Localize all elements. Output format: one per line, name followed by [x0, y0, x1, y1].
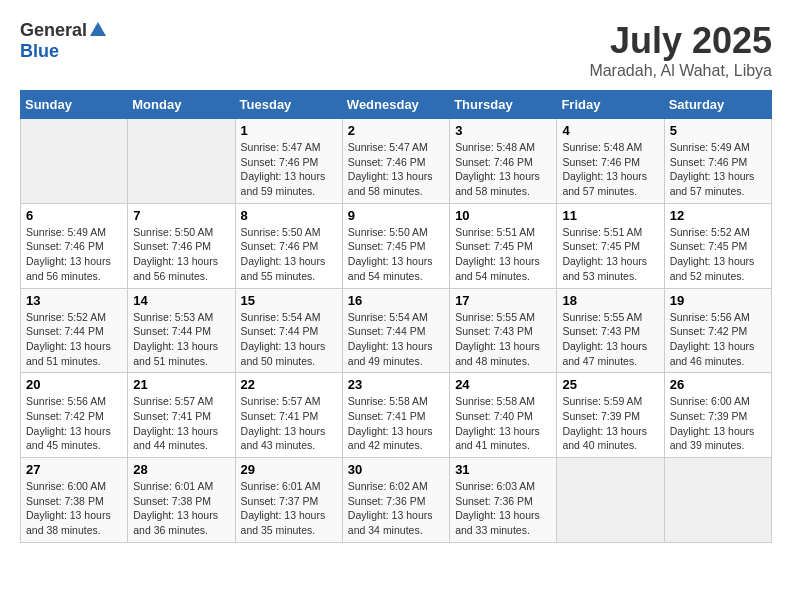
calendar-cell: 9Sunrise: 5:50 AMSunset: 7:45 PMDaylight… [342, 203, 449, 288]
calendar-cell: 14Sunrise: 5:53 AMSunset: 7:44 PMDayligh… [128, 288, 235, 373]
logo-blue-text: Blue [20, 41, 59, 61]
weekday-header-monday: Monday [128, 91, 235, 119]
day-number: 15 [241, 293, 337, 308]
day-number: 2 [348, 123, 444, 138]
day-number: 1 [241, 123, 337, 138]
calendar-cell: 13Sunrise: 5:52 AMSunset: 7:44 PMDayligh… [21, 288, 128, 373]
day-info: Sunrise: 5:52 AMSunset: 7:44 PMDaylight:… [26, 310, 122, 369]
day-number: 24 [455, 377, 551, 392]
calendar-cell: 22Sunrise: 5:57 AMSunset: 7:41 PMDayligh… [235, 373, 342, 458]
day-info: Sunrise: 5:48 AMSunset: 7:46 PMDaylight:… [562, 140, 658, 199]
weekday-header-tuesday: Tuesday [235, 91, 342, 119]
calendar-cell: 16Sunrise: 5:54 AMSunset: 7:44 PMDayligh… [342, 288, 449, 373]
calendar-cell: 28Sunrise: 6:01 AMSunset: 7:38 PMDayligh… [128, 458, 235, 543]
day-info: Sunrise: 5:54 AMSunset: 7:44 PMDaylight:… [241, 310, 337, 369]
day-info: Sunrise: 5:56 AMSunset: 7:42 PMDaylight:… [26, 394, 122, 453]
calendar-cell: 11Sunrise: 5:51 AMSunset: 7:45 PMDayligh… [557, 203, 664, 288]
day-info: Sunrise: 5:54 AMSunset: 7:44 PMDaylight:… [348, 310, 444, 369]
day-info: Sunrise: 5:58 AMSunset: 7:41 PMDaylight:… [348, 394, 444, 453]
calendar-cell: 26Sunrise: 6:00 AMSunset: 7:39 PMDayligh… [664, 373, 771, 458]
logo: General Blue [20, 20, 106, 62]
calendar-week-1: 1Sunrise: 5:47 AMSunset: 7:46 PMDaylight… [21, 119, 772, 204]
calendar-week-5: 27Sunrise: 6:00 AMSunset: 7:38 PMDayligh… [21, 458, 772, 543]
calendar-table: SundayMondayTuesdayWednesdayThursdayFrid… [20, 90, 772, 543]
day-number: 3 [455, 123, 551, 138]
day-number: 18 [562, 293, 658, 308]
day-number: 30 [348, 462, 444, 477]
day-info: Sunrise: 5:51 AMSunset: 7:45 PMDaylight:… [455, 225, 551, 284]
calendar-location: Maradah, Al Wahat, Libya [589, 62, 772, 80]
calendar-cell: 31Sunrise: 6:03 AMSunset: 7:36 PMDayligh… [450, 458, 557, 543]
day-number: 11 [562, 208, 658, 223]
calendar-cell: 3Sunrise: 5:48 AMSunset: 7:46 PMDaylight… [450, 119, 557, 204]
calendar-cell: 8Sunrise: 5:50 AMSunset: 7:46 PMDaylight… [235, 203, 342, 288]
weekday-header-wednesday: Wednesday [342, 91, 449, 119]
day-number: 8 [241, 208, 337, 223]
weekday-header-thursday: Thursday [450, 91, 557, 119]
day-number: 23 [348, 377, 444, 392]
weekday-header-row: SundayMondayTuesdayWednesdayThursdayFrid… [21, 91, 772, 119]
calendar-week-2: 6Sunrise: 5:49 AMSunset: 7:46 PMDaylight… [21, 203, 772, 288]
calendar-cell: 2Sunrise: 5:47 AMSunset: 7:46 PMDaylight… [342, 119, 449, 204]
calendar-cell [664, 458, 771, 543]
day-number: 13 [26, 293, 122, 308]
day-info: Sunrise: 5:49 AMSunset: 7:46 PMDaylight:… [670, 140, 766, 199]
calendar-body: 1Sunrise: 5:47 AMSunset: 7:46 PMDaylight… [21, 119, 772, 543]
day-info: Sunrise: 6:01 AMSunset: 7:37 PMDaylight:… [241, 479, 337, 538]
day-number: 7 [133, 208, 229, 223]
title-block: July 2025 Maradah, Al Wahat, Libya [589, 20, 772, 80]
calendar-cell [21, 119, 128, 204]
calendar-cell: 12Sunrise: 5:52 AMSunset: 7:45 PMDayligh… [664, 203, 771, 288]
day-info: Sunrise: 5:47 AMSunset: 7:46 PMDaylight:… [348, 140, 444, 199]
day-info: Sunrise: 5:52 AMSunset: 7:45 PMDaylight:… [670, 225, 766, 284]
calendar-cell: 20Sunrise: 5:56 AMSunset: 7:42 PMDayligh… [21, 373, 128, 458]
calendar-cell: 1Sunrise: 5:47 AMSunset: 7:46 PMDaylight… [235, 119, 342, 204]
day-info: Sunrise: 5:50 AMSunset: 7:45 PMDaylight:… [348, 225, 444, 284]
calendar-cell: 4Sunrise: 5:48 AMSunset: 7:46 PMDaylight… [557, 119, 664, 204]
calendar-header: SundayMondayTuesdayWednesdayThursdayFrid… [21, 91, 772, 119]
day-number: 4 [562, 123, 658, 138]
calendar-cell [557, 458, 664, 543]
calendar-cell: 17Sunrise: 5:55 AMSunset: 7:43 PMDayligh… [450, 288, 557, 373]
day-info: Sunrise: 5:58 AMSunset: 7:40 PMDaylight:… [455, 394, 551, 453]
day-info: Sunrise: 5:57 AMSunset: 7:41 PMDaylight:… [133, 394, 229, 453]
day-info: Sunrise: 5:55 AMSunset: 7:43 PMDaylight:… [455, 310, 551, 369]
calendar-cell [128, 119, 235, 204]
day-number: 28 [133, 462, 229, 477]
day-info: Sunrise: 5:50 AMSunset: 7:46 PMDaylight:… [133, 225, 229, 284]
day-info: Sunrise: 6:01 AMSunset: 7:38 PMDaylight:… [133, 479, 229, 538]
calendar-cell: 15Sunrise: 5:54 AMSunset: 7:44 PMDayligh… [235, 288, 342, 373]
calendar-week-4: 20Sunrise: 5:56 AMSunset: 7:42 PMDayligh… [21, 373, 772, 458]
calendar-cell: 27Sunrise: 6:00 AMSunset: 7:38 PMDayligh… [21, 458, 128, 543]
page-header: General Blue July 2025 Maradah, Al Wahat… [20, 20, 772, 80]
day-number: 14 [133, 293, 229, 308]
weekday-header-friday: Friday [557, 91, 664, 119]
day-number: 19 [670, 293, 766, 308]
calendar-cell: 18Sunrise: 5:55 AMSunset: 7:43 PMDayligh… [557, 288, 664, 373]
day-number: 17 [455, 293, 551, 308]
calendar-cell: 19Sunrise: 5:56 AMSunset: 7:42 PMDayligh… [664, 288, 771, 373]
day-number: 16 [348, 293, 444, 308]
calendar-week-3: 13Sunrise: 5:52 AMSunset: 7:44 PMDayligh… [21, 288, 772, 373]
day-number: 5 [670, 123, 766, 138]
day-info: Sunrise: 5:56 AMSunset: 7:42 PMDaylight:… [670, 310, 766, 369]
svg-marker-0 [90, 22, 106, 36]
weekday-header-sunday: Sunday [21, 91, 128, 119]
day-number: 27 [26, 462, 122, 477]
calendar-cell: 23Sunrise: 5:58 AMSunset: 7:41 PMDayligh… [342, 373, 449, 458]
day-info: Sunrise: 6:02 AMSunset: 7:36 PMDaylight:… [348, 479, 444, 538]
weekday-header-saturday: Saturday [664, 91, 771, 119]
day-number: 26 [670, 377, 766, 392]
day-info: Sunrise: 5:57 AMSunset: 7:41 PMDaylight:… [241, 394, 337, 453]
day-info: Sunrise: 5:59 AMSunset: 7:39 PMDaylight:… [562, 394, 658, 453]
calendar-cell: 5Sunrise: 5:49 AMSunset: 7:46 PMDaylight… [664, 119, 771, 204]
day-number: 10 [455, 208, 551, 223]
day-number: 22 [241, 377, 337, 392]
logo-icon [90, 22, 106, 36]
day-info: Sunrise: 5:53 AMSunset: 7:44 PMDaylight:… [133, 310, 229, 369]
day-number: 6 [26, 208, 122, 223]
day-info: Sunrise: 5:51 AMSunset: 7:45 PMDaylight:… [562, 225, 658, 284]
day-info: Sunrise: 5:47 AMSunset: 7:46 PMDaylight:… [241, 140, 337, 199]
day-number: 20 [26, 377, 122, 392]
calendar-cell: 29Sunrise: 6:01 AMSunset: 7:37 PMDayligh… [235, 458, 342, 543]
